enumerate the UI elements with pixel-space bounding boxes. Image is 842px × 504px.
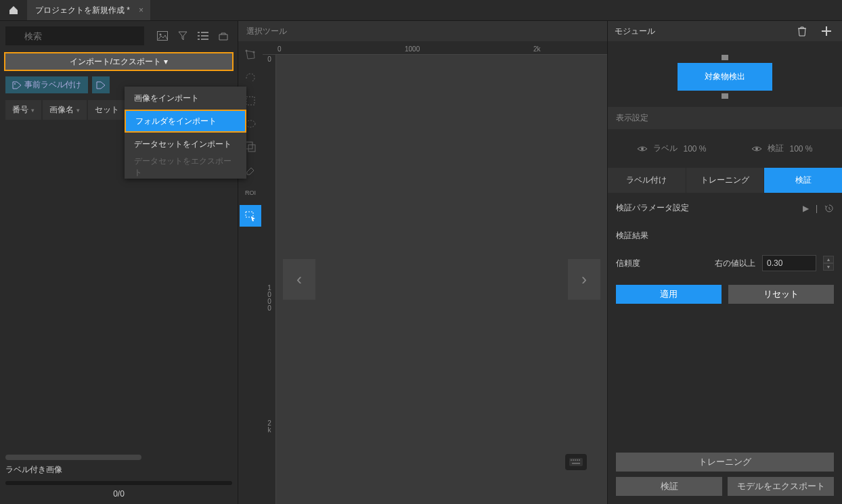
image-icon[interactable] <box>154 27 171 45</box>
import-export-button[interactable]: インポート/エクスポート ▾ <box>4 52 234 71</box>
menu-import-image[interactable]: 画像をインポート <box>125 87 246 110</box>
svg-rect-17 <box>246 212 253 217</box>
svg-point-14 <box>246 120 255 127</box>
reset-button[interactable]: リセット <box>728 285 834 304</box>
polygon-tool[interactable] <box>240 44 261 66</box>
keyboard-icon[interactable] <box>565 454 587 470</box>
svg-rect-13 <box>246 97 254 105</box>
chevron-down-icon: ▾ <box>164 57 168 66</box>
svg-point-3 <box>160 34 162 36</box>
tool-header: 選択ツール <box>238 21 607 41</box>
selected-tool-label: 選択ツール <box>246 26 287 37</box>
confidence-input[interactable]: 0.30 <box>762 255 816 271</box>
node-handle-top[interactable] <box>722 55 728 60</box>
svg-rect-16 <box>248 145 255 152</box>
svg-rect-5 <box>201 32 208 33</box>
add-icon[interactable] <box>818 22 835 40</box>
horizontal-ruler: 0 1000 2k <box>263 41 607 55</box>
import-export-label: インポート/エクスポート <box>70 56 161 68</box>
svg-rect-6 <box>198 35 200 37</box>
svg-rect-24 <box>572 463 580 464</box>
horizontal-scrollbar[interactable] <box>5 455 141 460</box>
progress-text: 0/0 <box>5 489 232 499</box>
filter-icon[interactable] <box>174 27 192 45</box>
svg-point-27 <box>641 147 644 150</box>
eye-icon <box>751 145 762 153</box>
import-export-menu: 画像をインポート フォルダをインポート データセットをインポート データセットを… <box>125 87 246 179</box>
module-title: モジュール <box>615 26 655 37</box>
canvas-panel: 選択ツール ROI 0 1000 2k 0 <box>238 20 608 504</box>
labeled-images-label: ラベル付き画像 <box>5 464 232 476</box>
roi-tool[interactable]: ROI <box>240 182 261 204</box>
step-up-icon[interactable]: ▲ <box>823 256 834 263</box>
column-number[interactable]: 番号▾ <box>5 100 41 120</box>
svg-point-12 <box>253 51 255 53</box>
column-set[interactable]: セット <box>88 100 126 120</box>
home-button[interactable] <box>0 0 27 20</box>
svg-point-28 <box>755 147 758 150</box>
display-settings-header[interactable]: 表示設定 <box>608 107 842 129</box>
node-handle-bottom[interactable] <box>722 93 728 99</box>
label-visibility[interactable]: ラベル 100 % <box>637 143 706 154</box>
prelabel-settings-button[interactable] <box>92 76 110 93</box>
mode-tabs: ラベル付け トレーニング 検証 <box>608 168 842 193</box>
svg-rect-23 <box>579 459 580 461</box>
module-node: 対象物検出 <box>608 41 842 107</box>
verify-visibility[interactable]: 検証 100 % <box>751 143 812 154</box>
prev-image-button[interactable]: ‹ <box>283 259 315 300</box>
tab-title: プロジェクトを新規作成 * <box>35 5 130 16</box>
confidence-label: 信頼度 <box>616 258 640 269</box>
tab-verify[interactable]: 検証 <box>764 168 842 193</box>
tab-training[interactable]: トレーニング <box>686 168 765 193</box>
svg-point-11 <box>246 50 248 52</box>
progress-bar <box>5 481 232 485</box>
menu-import-folder[interactable]: フォルダをインポート <box>125 110 246 133</box>
export-model-button[interactable]: モデルをエクスポート <box>728 477 834 496</box>
column-image-name[interactable]: 画像名▾ <box>43 100 87 120</box>
trash-icon[interactable] <box>793 22 811 40</box>
verify-result-label: 検証結果 <box>608 223 842 248</box>
history-icon[interactable] <box>824 204 834 213</box>
toolbox-icon[interactable] <box>215 27 232 45</box>
prelabel-label: 事前ラベル付け <box>24 79 81 91</box>
title-bar: プロジェクトを新規作成 * × <box>0 0 842 20</box>
svg-point-10 <box>14 83 16 85</box>
svg-rect-15 <box>246 142 252 149</box>
step-down-icon[interactable]: ▼ <box>823 263 834 271</box>
svg-rect-4 <box>198 32 200 33</box>
svg-rect-18 <box>569 458 583 466</box>
svg-rect-7 <box>201 35 208 37</box>
svg-line-30 <box>829 208 830 210</box>
training-button[interactable]: トレーニング <box>616 453 834 472</box>
list-icon[interactable] <box>194 27 212 45</box>
module-header: モジュール <box>608 21 842 41</box>
tag-icon <box>96 81 106 89</box>
close-icon[interactable]: × <box>139 5 143 15</box>
apply-button[interactable]: 適用 <box>616 285 722 304</box>
canvas[interactable]: 0 1000 2k 0 1 0 0 0 2 k ‹ › <box>263 41 607 504</box>
svg-rect-22 <box>577 459 578 461</box>
lasso-tool[interactable] <box>240 67 261 89</box>
gte-label: 右の値以上 <box>715 258 755 269</box>
svg-rect-9 <box>201 39 208 40</box>
prelabel-button[interactable]: 事前ラベル付け <box>5 76 88 93</box>
play-icon[interactable]: ▶ <box>803 204 809 213</box>
svg-rect-20 <box>573 459 574 461</box>
menu-export-dataset: データセットをエクスポート <box>125 156 246 179</box>
vertical-ruler: 0 1 0 0 0 2 k <box>263 55 276 504</box>
confidence-stepper[interactable]: ▲▼ <box>823 256 834 271</box>
object-detection-module[interactable]: 対象物検出 <box>678 63 772 91</box>
svg-rect-19 <box>571 459 572 461</box>
project-tab[interactable]: プロジェクトを新規作成 * × <box>27 0 150 20</box>
sort-icon: ▾ <box>76 107 80 114</box>
next-image-button[interactable]: › <box>568 259 600 300</box>
param-label: 検証パラメータ設定 <box>616 202 689 214</box>
verify-button[interactable]: 検証 <box>616 477 722 496</box>
search-input[interactable] <box>5 26 144 45</box>
tab-labeling[interactable]: ラベル付け <box>608 168 686 193</box>
svg-rect-8 <box>198 39 200 40</box>
svg-rect-21 <box>575 459 576 461</box>
verify-param-header[interactable]: 検証パラメータ設定 ▶ | <box>608 193 842 223</box>
menu-import-dataset[interactable]: データセットをインポート <box>125 133 246 156</box>
select-tool[interactable] <box>240 205 261 227</box>
